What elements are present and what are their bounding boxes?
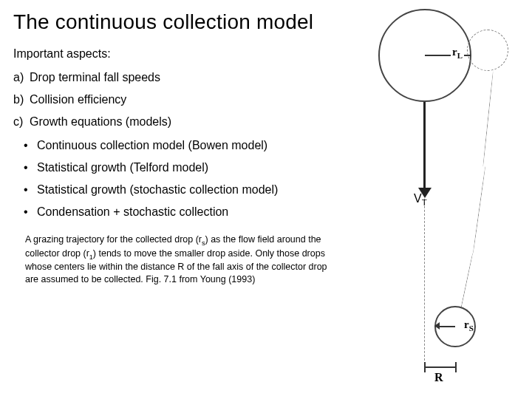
- r-label: R: [434, 371, 443, 384]
- aspect-text: Drop terminal fall speeds: [30, 71, 160, 83]
- aspect-text: Collision efficiency: [30, 93, 126, 106]
- page-title: The continuous collection model: [13, 10, 369, 34]
- collected-drop-initial: [467, 30, 508, 71]
- figure-caption: A grazing trajectory for the collected d…: [13, 228, 331, 286]
- model-item: Statistical growth (stochastic collectio…: [27, 183, 369, 197]
- aspect-c: c)Growth equations (models): [13, 115, 369, 129]
- models-list: Continuous collection model (Bowen model…: [13, 139, 369, 219]
- radius-line-rs: [437, 326, 455, 327]
- trajectory-line: [482, 71, 494, 166]
- aspect-b: b)Collision efficiency: [13, 93, 369, 106]
- aspect-marker: a): [13, 71, 30, 84]
- r-measure-line: [424, 366, 457, 368]
- rl-label: rL: [451, 46, 464, 60]
- fall-arrow: [423, 102, 426, 189]
- aspect-marker: c): [13, 115, 30, 129]
- caption-text: A grazing trajectory for the collected d…: [25, 234, 202, 245]
- rs-label: rS: [464, 318, 474, 332]
- model-item: Statistical growth (Telford model): [27, 161, 369, 174]
- model-item: Condensation + stochastic collection: [27, 205, 369, 219]
- r-tick: [455, 362, 457, 372]
- subhead: Important aspects:: [13, 47, 369, 61]
- vt-label: VT: [414, 192, 427, 207]
- aspect-marker: b): [13, 93, 30, 106]
- trajectory-line: [473, 166, 486, 254]
- model-item: Continuous collection model (Bowen model…: [27, 139, 369, 152]
- aspect-text: Growth equations (models): [30, 115, 171, 128]
- aspect-a: a)Drop terminal fall speeds: [13, 71, 369, 84]
- aspects-list: a)Drop terminal fall speeds b)Collision …: [13, 71, 369, 129]
- collision-diagram: rL rS R: [377, 4, 525, 389]
